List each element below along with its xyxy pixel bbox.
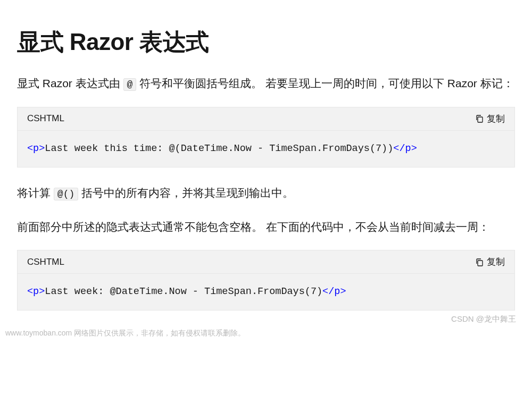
code-header: CSHTML 复制 bbox=[18, 107, 514, 131]
paragraph-2: 将计算 @() 括号中的所有内容，并将其呈现到输出中。 bbox=[17, 182, 515, 204]
text-segment: 显式 Razor 表达式由 bbox=[17, 77, 123, 89]
watermark-csdn: CSDN @龙中舞王 bbox=[451, 314, 516, 324]
code-tag-close: </p> bbox=[393, 143, 417, 154]
watermark-toymoban: www.toymoban.com 网络图片仅供展示，非存储，如有侵权请联系删除。 bbox=[5, 329, 245, 338]
code-content: <p>Last week: @DateTime.Now - TimeSpan.F… bbox=[18, 274, 514, 310]
copy-icon bbox=[475, 258, 484, 266]
code-tag-close: </p> bbox=[322, 286, 346, 297]
code-language-label: CSHTML bbox=[27, 113, 64, 124]
text-segment: 符号和平衡圆括号组成。 若要呈现上一周的时间，可使用以下 Razor 标记： bbox=[136, 77, 513, 89]
svg-rect-1 bbox=[478, 261, 483, 266]
code-tag-open: <p> bbox=[27, 143, 45, 154]
code-block-2: CSHTML 复制 <p>Last week: @DateTime.Now - … bbox=[17, 250, 515, 311]
code-text: Last week: @DateTime.Now - TimeSpan.From… bbox=[45, 286, 322, 297]
code-header: CSHTML 复制 bbox=[18, 250, 514, 274]
svg-rect-0 bbox=[478, 117, 483, 122]
code-language-label: CSHTML bbox=[27, 257, 64, 267]
intro-paragraph: 显式 Razor 表达式由 @ 符号和平衡圆括号组成。 若要呈现上一周的时间，可… bbox=[17, 73, 515, 94]
paragraph-3: 前面部分中所述的隐式表达式通常不能包含空格。 在下面的代码中，不会从当前时间减去… bbox=[17, 216, 515, 238]
text-segment: 将计算 bbox=[17, 187, 54, 199]
copy-icon bbox=[475, 114, 484, 123]
copy-button-label: 复制 bbox=[487, 256, 505, 268]
copy-button[interactable]: 复制 bbox=[475, 256, 505, 268]
inline-code-at-parens: @() bbox=[54, 188, 78, 200]
code-block-1: CSHTML 复制 <p>Last week this time: @(Date… bbox=[17, 107, 515, 167]
copy-button[interactable]: 复制 bbox=[475, 113, 505, 125]
inline-code-at: @ bbox=[123, 78, 137, 91]
code-tag-open: <p> bbox=[27, 286, 45, 297]
code-text: Last week this time: @(DateTime.Now - Ti… bbox=[45, 143, 393, 154]
text-segment: 括号中的所有内容，并将其呈现到输出中。 bbox=[78, 187, 294, 199]
section-heading: 显式 Razor 表达式 bbox=[17, 27, 515, 58]
code-content: <p>Last week this time: @(DateTime.Now -… bbox=[18, 131, 514, 167]
copy-button-label: 复制 bbox=[487, 113, 505, 125]
